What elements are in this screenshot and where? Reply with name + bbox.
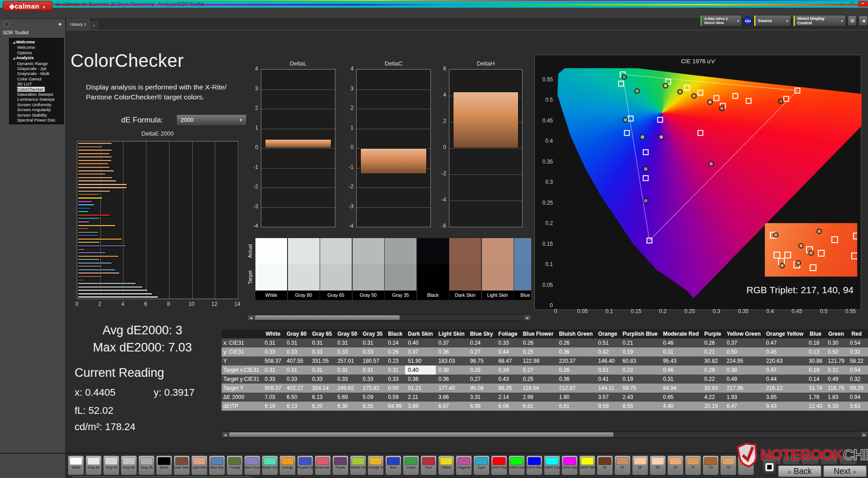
tree-item-options[interactable]: Options: [9, 50, 63, 55]
patch-button-7e[interactable]: 7E: [667, 455, 684, 475]
table-cell[interactable]: 0.31: [284, 338, 309, 347]
table-cell[interactable]: 2.99: [520, 393, 556, 402]
patch-button-blue-flower[interactable]: Blue Flower: [244, 455, 260, 475]
patch-button-blue[interactable]: Blue: [385, 455, 401, 475]
table-cell[interactable]: 6.13: [309, 393, 335, 402]
table-cell[interactable]: 59.29: [847, 384, 866, 393]
table-cell[interactable]: 220.37: [556, 356, 595, 366]
table-cell[interactable]: 0.54: [847, 366, 866, 375]
table-cell[interactable]: 180.57: [360, 356, 385, 366]
table-cell[interactable]: 6.35: [360, 402, 385, 411]
table-cell[interactable]: 98.75: [467, 356, 496, 366]
table-cell[interactable]: 121.79: [825, 356, 847, 366]
table-cell[interactable]: 3.63: [847, 402, 866, 411]
patch-button-black[interactable]: Black: [156, 455, 172, 475]
table-cell[interactable]: 6.33: [825, 402, 847, 411]
table-cell[interactable]: 6.20: [309, 402, 335, 411]
patch-button-5d[interactable]: 5D: [650, 455, 666, 475]
table-cell[interactable]: 0.24: [467, 338, 496, 347]
settings-gear-button[interactable]: ⚙: [848, 15, 857, 26]
table-cell[interactable]: 0.33: [262, 347, 284, 356]
table-cell[interactable]: 183.03: [436, 356, 467, 366]
table-cell[interactable]: 7.03: [262, 393, 284, 402]
table-cell[interactable]: 0.26: [520, 338, 556, 347]
patch-button-orange-yellow[interactable]: Orange Yellow: [368, 455, 384, 475]
table-cell[interactable]: 118.54: [520, 384, 556, 393]
table-cell[interactable]: 0.40: [405, 366, 435, 375]
table-cell[interactable]: 0.26: [556, 366, 595, 375]
table-cell[interactable]: 0.51: [595, 366, 620, 375]
table-cell[interactable]: 0.22: [620, 366, 660, 375]
table-cell[interactable]: 216.12: [764, 384, 806, 393]
table-cell[interactable]: 0.22: [702, 375, 724, 384]
patch-button-100-green[interactable]: 100% Green: [509, 455, 525, 475]
table-cell[interactable]: 116.79: [825, 384, 847, 393]
table-cell[interactable]: 0.33: [495, 338, 520, 347]
table-cell[interactable]: 305.09: [866, 356, 868, 366]
table-cell[interactable]: 0.30: [825, 338, 847, 347]
patch-button-cyan[interactable]: Cyan: [473, 455, 490, 475]
table-cell[interactable]: 0.38: [436, 366, 467, 375]
table-cell[interactable]: 3.89: [405, 402, 435, 411]
tree-item-grayscale-multi[interactable]: Grayscale - Multi: [9, 71, 63, 76]
table-cell[interactable]: 0.31: [360, 338, 385, 347]
table-cell[interactable]: 0.32: [847, 347, 866, 356]
table-cell[interactable]: 6.47: [724, 402, 763, 411]
table-cell[interactable]: 257.01: [335, 356, 360, 366]
table-cell[interactable]: 217.36: [724, 384, 763, 393]
table-cell[interactable]: 324.14: [309, 384, 335, 393]
patch-button-7h[interactable]: 7H: [720, 455, 736, 475]
meter-dropdown-3[interactable]: Direct Display Control▼: [793, 15, 846, 27]
patch-button-gray-65[interactable]: Gray 65: [103, 455, 119, 475]
patch-button-purplish-blue[interactable]: Purplish Blue: [297, 455, 313, 475]
table-cell[interactable]: 0.47: [764, 338, 806, 347]
table-cell[interactable]: 402.27: [284, 384, 309, 393]
table-cell[interactable]: 0.59: [385, 393, 405, 402]
scroll-left-icon[interactable]: ◀: [248, 315, 254, 320]
patch-button-7f[interactable]: 7F: [685, 455, 701, 475]
table-cell[interactable]: 3.85: [764, 393, 806, 402]
table-cell[interactable]: 0.33: [309, 347, 335, 356]
sidebar-record-indicator[interactable]: [4, 21, 9, 27]
table-cell[interactable]: 0.36: [556, 347, 595, 356]
table-cell[interactable]: 51.90: [405, 356, 435, 366]
table-cell[interactable]: 6.13: [284, 402, 309, 411]
table-cell[interactable]: 0.19: [620, 347, 660, 356]
table-cell[interactable]: 95.43: [660, 356, 701, 366]
table-cell[interactable]: 0.44: [495, 347, 520, 356]
table-cell[interactable]: 0.46: [660, 338, 701, 347]
swatch-scrollbar[interactable]: ◀ ▶: [247, 314, 531, 321]
table-cell[interactable]: 3.31: [866, 393, 868, 402]
table-cell[interactable]: 0.49: [866, 347, 868, 356]
table-cell[interactable]: 6.50: [284, 393, 309, 402]
table-cell[interactable]: 0.47: [764, 366, 806, 375]
table-cell[interactable]: 0.33: [335, 375, 360, 384]
table-cell[interactable]: 6.99: [467, 402, 496, 411]
table-cell[interactable]: 0.31: [660, 347, 701, 356]
table-cell[interactable]: 6.87: [436, 402, 467, 411]
tree-item-welcome[interactable]: Welcome: [9, 45, 63, 50]
table-cell[interactable]: 0.31: [660, 375, 701, 384]
patch-button-7g[interactable]: 7G: [703, 455, 719, 475]
table-cell[interactable]: 177.40: [436, 384, 467, 393]
table-cell[interactable]: 20.19: [702, 402, 724, 411]
table-cell[interactable]: 0.49: [825, 375, 847, 384]
table-cell[interactable]: 0.19: [806, 366, 825, 375]
tree-item-welcome[interactable]: ◢Welcome: [9, 39, 63, 45]
table-cell[interactable]: 2.11: [405, 393, 435, 402]
strip-scroll-thumb[interactable]: [72, 477, 253, 477]
patch-button-gray-80[interactable]: Gray 80: [85, 455, 102, 475]
table-cell[interactable]: 9.59: [595, 402, 620, 411]
tree-item-analysis[interactable]: ◢Analysis: [9, 55, 63, 61]
patch-button-2f[interactable]: 2F: [614, 455, 631, 475]
table-cell[interactable]: 173.82: [360, 384, 385, 393]
table-cell[interactable]: 1.76: [806, 393, 825, 402]
table-cell[interactable]: 0.33: [360, 347, 385, 356]
table-cell[interactable]: 66.25: [495, 384, 520, 393]
table-cell[interactable]: 60.83: [620, 356, 660, 366]
table-cell[interactable]: 0.36: [436, 375, 467, 384]
table-cell[interactable]: 0.44: [866, 338, 868, 347]
patch-button-green[interactable]: Green: [403, 455, 419, 475]
table-cell[interactable]: 224.95: [724, 356, 763, 366]
table-cell[interactable]: 0.25: [520, 347, 556, 356]
